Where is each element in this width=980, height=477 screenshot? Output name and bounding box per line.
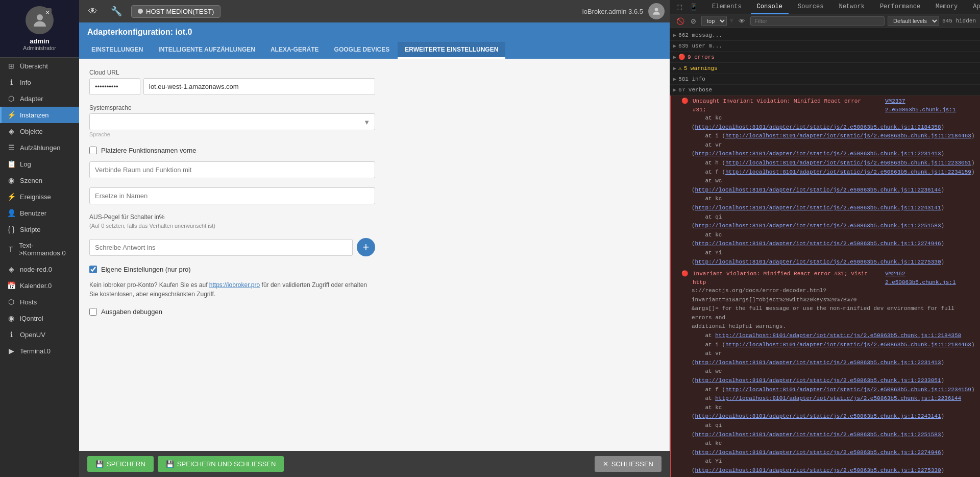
close-sidebar-button[interactable]: ✕ <box>43 8 52 16</box>
save-close-button[interactable]: 💾 SPEICHERN UND SCHLIESSEN <box>158 456 284 472</box>
tab-google[interactable]: GOOGLE DEVICES <box>327 42 397 59</box>
schreibe-input[interactable] <box>89 239 353 256</box>
console-filter-input[interactable] <box>750 16 885 26</box>
log-group-header[interactable]: ▶ ⚠ 5 warnings <box>670 64 980 73</box>
sidebar-item-text-kommandos[interactable]: T Text->Kommandos.0 <box>0 237 79 261</box>
error-stack-link[interactable]: http://localhost:8101/adapter/iot/static… <box>695 413 941 419</box>
tab-console[interactable]: Console <box>751 0 789 14</box>
tab-einstellungen[interactable]: EINSTELLUNGEN <box>84 42 150 59</box>
error-stack-link[interactable]: http://localhost:8101/adapter/iot/static… <box>695 467 941 473</box>
cloud-url-masked-input[interactable] <box>89 78 140 95</box>
tab-network[interactable]: Network <box>832 0 870 14</box>
log-group-header[interactable]: ▶ 581 info <box>670 75 980 83</box>
add-button[interactable]: + <box>357 238 375 256</box>
error-vm-link[interactable]: VM2462 2.e50863b5.chunk.js:1 <box>885 270 977 287</box>
tab-elements[interactable]: Elements <box>706 0 748 14</box>
sidebar-item-label: Hosts <box>20 298 37 306</box>
error-stack-link[interactable]: http://localhost:8101/adapter/iot/static… <box>695 124 941 130</box>
ersetze-input[interactable] <box>89 187 375 204</box>
error-stack-link[interactable]: http://localhost:8101/adapter/iot/static… <box>725 169 971 175</box>
sidebar-item-instanzen[interactable]: ⚡ Instanzen <box>0 107 79 123</box>
error-stack-link[interactable]: http://localhost:8101/adapter/iot/static… <box>695 151 941 157</box>
log-group-header[interactable]: ▶ 662 messag... <box>670 31 980 39</box>
sidebar-item-log[interactable]: 📋 Log <box>0 156 79 172</box>
text-kommandos-icon: T <box>7 245 15 253</box>
error-stack-link[interactable]: http://localhost:8101/adapter/iot/static… <box>695 377 941 384</box>
clear-console-button[interactable]: 🚫 <box>674 16 687 26</box>
error-stack-link[interactable]: http://localhost:8101/adapter/iot/static… <box>725 387 971 393</box>
sidebar-item-hosts[interactable]: ⬡ Hosts <box>0 294 79 310</box>
error-circle-icon: 🔴 <box>681 97 689 114</box>
error-circle-icon: 🔴 <box>681 270 689 287</box>
ausgaben-label[interactable]: Ausgaben debuggen <box>101 308 162 316</box>
context-select[interactable]: top <box>701 16 727 26</box>
error-stack-link[interactable]: http://localhost:8101/adapter/iot/static… <box>695 223 941 229</box>
tab-intelligente[interactable]: INTELLIGENTE AUFZÄHLUNGEN <box>151 42 262 59</box>
log-group-header[interactable]: ▶ 🔴 9 errors <box>670 53 980 61</box>
error-stack-link[interactable]: http://localhost:8101/adapter/iot/static… <box>695 449 941 456</box>
sidebar-item-adapter[interactable]: ⬡ Adapter <box>0 90 79 107</box>
ausgaben-checkbox[interactable] <box>89 308 97 316</box>
tab-application[interactable]: Application <box>967 0 980 14</box>
error-vm-link[interactable]: VM2337 2.e50863b5.chunk.js:1 <box>885 97 977 114</box>
error-stack-link[interactable]: http://localhost:8101/adapter/iot/static… <box>695 432 941 438</box>
error-stack-link[interactable]: http://localhost:8101/adapter/iot/static… <box>695 241 941 247</box>
eigene-label[interactable]: Eigene Einstellungen (nur pro) <box>101 266 191 273</box>
eigene-checkbox[interactable] <box>89 266 97 273</box>
instanzen-icon: ⚡ <box>7 111 16 119</box>
sidebar-item-benutzer[interactable]: 👤 Benutzer <box>0 205 79 221</box>
sidebar-item-label: Skripte <box>20 226 40 233</box>
sidebar-item-aufzaehlungen[interactable]: ☰ Aufzählungen <box>0 139 79 156</box>
error-line: 🔴 Invariant Violation: Minified React er… <box>681 270 977 287</box>
platziere-label[interactable]: Platziere Funktionsnamen vorne <box>101 147 196 154</box>
error-stack-link[interactable]: http://localhost:8101/adapter/iot/static… <box>715 332 961 339</box>
systemsprache-select[interactable] <box>89 113 375 130</box>
sidebar-item-info[interactable]: ℹ Info <box>0 74 79 90</box>
error-stack-link[interactable]: http://localhost:8101/adapter/iot/static… <box>725 160 971 166</box>
log-group-header[interactable]: ▶ 635 user m... <box>670 42 980 50</box>
error-stack-link[interactable]: http://localhost:8101/adapter/iot/static… <box>725 342 971 348</box>
sidebar-item-kalender[interactable]: 📅 Kalender.0 <box>0 277 79 294</box>
iobroker-pro-link[interactable]: https://iobroker.pro <box>209 281 260 289</box>
save-button[interactable]: 💾 SPEICHERN <box>87 456 154 472</box>
error-stack-link[interactable]: http://localhost:8101/adapter/iot/static… <box>695 360 941 366</box>
close-button[interactable]: ✕ SCHLIESSEN <box>595 456 662 472</box>
sidebar-item-iqontrol[interactable]: ◉ iQontrol <box>0 310 79 326</box>
sidebar-item-node-red[interactable]: ◈ node-red.0 <box>0 261 79 277</box>
sidebar-item-openuv[interactable]: ℹ OpenUV <box>0 326 79 343</box>
error-sub-text: s://reactjs.org/docs/error-decoder.html?… <box>681 287 977 475</box>
sidebar-item-uebersicht[interactable]: ⊞ Übersicht <box>0 58 79 74</box>
host-badge: HOST MEDION(TEST) <box>131 5 220 18</box>
platziere-checkbox[interactable] <box>89 147 97 154</box>
sidebar-item-objekte[interactable]: ◈ Objekte <box>0 123 79 139</box>
tab-erweitert[interactable]: ERWEITERTE EINSTELLUNGEN <box>398 42 505 59</box>
preserve-log-button[interactable]: ⊘ <box>689 16 698 26</box>
tab-performance[interactable]: Performance <box>874 0 926 14</box>
sidebar-item-terminal[interactable]: ▶ Terminal.0 <box>0 343 79 359</box>
error-stack-link[interactable]: http://localhost:8101/adapter/iot/static… <box>715 395 961 401</box>
sidebar-item-szenen[interactable]: ◉ Szenen <box>0 172 79 188</box>
log-group-label: 9 errors <box>688 54 715 60</box>
error-main-text: Uncaught Invariant Violation: Minified R… <box>693 97 883 114</box>
settings-button[interactable]: 🔧 <box>107 4 126 19</box>
error-stack-link[interactable]: http://localhost:8101/adapter/iot/static… <box>695 259 941 265</box>
error-stack-link[interactable]: http://localhost:8101/adapter/iot/static… <box>725 133 971 139</box>
tab-memory[interactable]: Memory <box>929 0 964 14</box>
verbinde-input[interactable] <box>89 161 375 178</box>
objekte-icon: ◈ <box>7 127 16 135</box>
levels-select[interactable]: Default levels <box>888 16 939 26</box>
sidebar-item-ereignisse[interactable]: ⚡ Ereignisse <box>0 188 79 205</box>
sidebar-item-label: Kalender.0 <box>20 282 52 290</box>
eye-button[interactable]: 👁 <box>84 4 102 19</box>
eye-filter-button[interactable]: 👁 <box>737 16 747 26</box>
error-stack-link[interactable]: http://localhost:8101/adapter/iot/static… <box>695 205 941 211</box>
devtools-inspect-button[interactable]: ⬚ <box>674 2 684 12</box>
svg-point-0 <box>37 14 43 20</box>
sidebar-item-skripte[interactable]: { } Skripte <box>0 221 79 237</box>
cloud-url-input[interactable] <box>143 78 375 95</box>
log-group-header[interactable]: ▶ 67 verbose <box>670 86 980 94</box>
tab-alexa[interactable]: ALEXA-GERÄTE <box>263 42 326 59</box>
error-stack-link[interactable]: http://localhost:8101/adapter/iot/static… <box>695 187 941 193</box>
devtools-mobile-button[interactable]: 📱 <box>688 2 700 12</box>
tab-sources[interactable]: Sources <box>792 0 829 14</box>
